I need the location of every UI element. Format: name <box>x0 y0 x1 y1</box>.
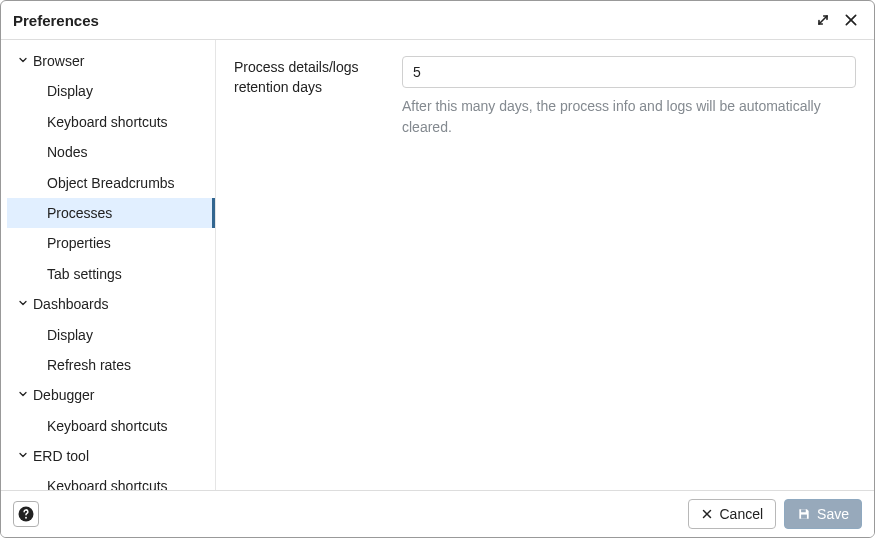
save-button[interactable]: Save <box>784 499 862 529</box>
tree-child[interactable]: Keyboard shortcuts <box>7 411 215 441</box>
field-control: After this many days, the process info a… <box>402 56 856 138</box>
tree-child[interactable]: Display <box>7 320 215 350</box>
field-label: Process details/logs retention days <box>234 56 384 97</box>
tree-parent-label: ERD tool <box>33 445 89 467</box>
dialog-header: Preferences <box>1 1 874 40</box>
tree-child[interactable]: Properties <box>7 228 215 258</box>
retention-days-row: Process details/logs retention days Afte… <box>234 56 856 138</box>
tree-parent-label: Browser <box>33 50 84 72</box>
svg-point-1 <box>25 517 27 519</box>
tree-child[interactable]: Processes <box>7 198 215 228</box>
help-button[interactable] <box>13 501 39 527</box>
help-text: After this many days, the process info a… <box>402 96 856 138</box>
chevron-down-icon <box>17 445 33 467</box>
cancel-label: Cancel <box>719 506 763 522</box>
tree-parent-label: Dashboards <box>33 293 109 315</box>
dialog-footer: Cancel Save <box>1 490 874 537</box>
tree-child[interactable]: Object Breadcrumbs <box>7 168 215 198</box>
maximize-icon[interactable] <box>812 9 834 31</box>
preferences-tree[interactable]: BrowserDisplayKeyboard shortcutsNodesObj… <box>1 40 216 490</box>
tree-parent[interactable]: Browser <box>7 46 215 76</box>
tree-child[interactable]: Nodes <box>7 137 215 167</box>
tree-group: DashboardsDisplayRefresh rates <box>7 289 215 380</box>
tree-group: DebuggerKeyboard shortcuts <box>7 380 215 441</box>
retention-days-input[interactable] <box>402 56 856 88</box>
tree-parent[interactable]: ERD tool <box>7 441 215 471</box>
tree-child[interactable]: Tab settings <box>7 259 215 289</box>
tree-child[interactable]: Keyboard shortcuts <box>7 471 215 490</box>
tree-parent[interactable]: Debugger <box>7 380 215 410</box>
preferences-dialog: Preferences BrowserDisplayKeyboard short… <box>0 0 875 538</box>
close-icon[interactable] <box>840 9 862 31</box>
cancel-button[interactable]: Cancel <box>688 499 776 529</box>
tree-child[interactable]: Keyboard shortcuts <box>7 107 215 137</box>
x-icon <box>701 508 713 520</box>
tree-group: ERD toolKeyboard shortcutsOptions <box>7 441 215 490</box>
chevron-down-icon <box>17 384 33 406</box>
svg-rect-3 <box>801 515 807 519</box>
tree-child[interactable]: Display <box>7 76 215 106</box>
dialog-title: Preferences <box>13 12 806 29</box>
svg-rect-2 <box>801 509 806 512</box>
chevron-down-icon <box>17 50 33 72</box>
tree-group: BrowserDisplayKeyboard shortcutsNodesObj… <box>7 46 215 289</box>
save-label: Save <box>817 506 849 522</box>
dialog-body: BrowserDisplayKeyboard shortcutsNodesObj… <box>1 40 874 490</box>
tree-parent-label: Debugger <box>33 384 95 406</box>
save-icon <box>797 507 811 521</box>
tree-parent[interactable]: Dashboards <box>7 289 215 319</box>
tree-child[interactable]: Refresh rates <box>7 350 215 380</box>
chevron-down-icon <box>17 293 33 315</box>
preferences-content: Process details/logs retention days Afte… <box>216 40 874 490</box>
